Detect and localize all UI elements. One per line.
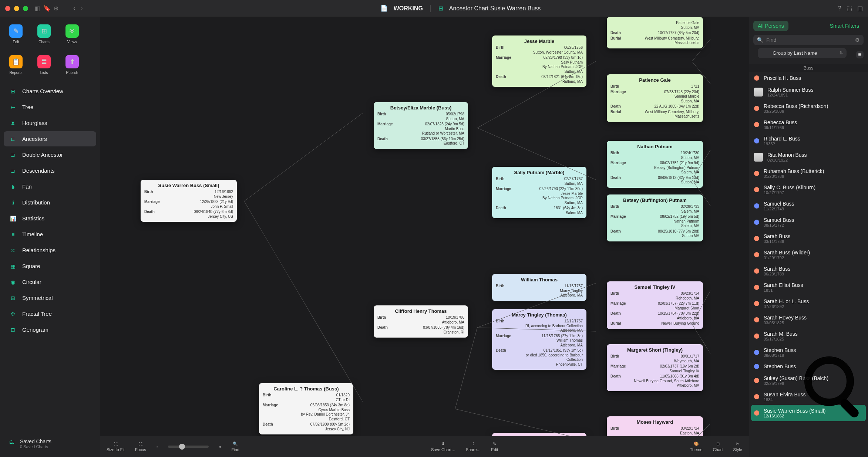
edit-button[interactable]: ✎Edit bbox=[491, 441, 498, 452]
slider-knob[interactable] bbox=[179, 444, 185, 450]
person-item[interactable]: Sarah Buss (Wilder)01/29/1792 bbox=[749, 247, 868, 263]
person-card[interactable]: Patience GaleBirth1721Marriage07/23/1743… bbox=[607, 74, 703, 122]
person-item[interactable]: Sarah Hovey Buss03/05/1825 bbox=[749, 312, 868, 328]
person-card[interactable]: Caroline L. ? Thomas (Buss)Birth01/1829C… bbox=[259, 383, 353, 434]
window-close[interactable] bbox=[5, 6, 10, 11]
nav-descendants[interactable]: ⊐Descendants bbox=[4, 163, 96, 178]
share-button[interactable]: ⇪Share… bbox=[466, 441, 481, 452]
row-label: Death bbox=[610, 374, 621, 388]
person-item[interactable]: Sally C. Buss (Kilburn)10/27/1797 bbox=[749, 182, 868, 198]
settings-icon[interactable]: ⚙ bbox=[855, 37, 860, 43]
person-item[interactable]: Samuel Buss11/22/1749 bbox=[749, 198, 868, 214]
chart-settings-button[interactable]: ⊞Chart bbox=[713, 441, 723, 452]
person-card[interactable]: Jesse MarbleBirth06/25/1756Sutton, Worce… bbox=[492, 35, 586, 87]
person-item[interactable]: Susie Warren Buss (Small)12/16/1862 bbox=[751, 405, 866, 421]
nav-relationships[interactable]: ⤨Relationships bbox=[4, 243, 96, 258]
save-chart-button[interactable]: ⬇Save Chart… bbox=[431, 441, 455, 452]
person-item[interactable]: Ruhamah Buss (Butterick)01/20/1786 bbox=[749, 165, 868, 182]
person-item[interactable]: Sarah Buss06/23/1789 bbox=[749, 263, 868, 279]
tool-publish[interactable]: ⬆Publish bbox=[64, 55, 81, 75]
nav-circular[interactable]: ◉Circular bbox=[4, 274, 96, 290]
nav-saved-charts[interactable]: 🗂 Saved Charts 0 Saved Charts bbox=[4, 435, 96, 453]
person-item[interactable]: Sarah M. Buss05/17/1825 bbox=[749, 328, 868, 344]
help-icon[interactable]: ? bbox=[838, 5, 841, 12]
person-card[interactable]: Susie Warren Buss (Small)Birth12/16/1862… bbox=[141, 180, 237, 222]
nav-ancestors[interactable]: ⊏Ancestors bbox=[4, 131, 96, 146]
person-item[interactable]: Sarah H. or L. Buss07/26/1892 bbox=[749, 295, 868, 312]
person-card[interactable]: Betsey (Buffington) PutnamBirth02/28/173… bbox=[607, 194, 703, 241]
nav-double-ancestor[interactable]: ⊐Double Ancestor bbox=[4, 147, 96, 162]
smart-filters-button[interactable]: Smart Filters bbox=[825, 21, 864, 31]
person-item[interactable]: Richard L. Buss1935? bbox=[749, 133, 868, 149]
person-item[interactable]: Sarah Elliot Buss1831 bbox=[749, 279, 868, 295]
person-item[interactable]: Ralph Sumner Buss12/24/1891 bbox=[749, 84, 868, 100]
person-item[interactable]: Rita Marion Buss02/10/1922 bbox=[749, 149, 868, 165]
person-card[interactable]: Clifford Henry ThomasBirth10/19/1786Attl… bbox=[374, 305, 468, 338]
zoom-out-icon[interactable]: ▫ bbox=[157, 445, 158, 449]
nav-genogram[interactable]: ⊡Genogram bbox=[4, 322, 96, 337]
find-button[interactable]: 🔍Find bbox=[231, 441, 239, 452]
globe-icon[interactable]: ⊕ bbox=[54, 5, 58, 12]
nav-timeline[interactable]: ≡Timeline bbox=[4, 227, 96, 242]
person-card[interactable]: Nathan PutnamBirth10/24/1730Sutton, MAMa… bbox=[607, 141, 703, 188]
sidebar-toggle-icon[interactable]: ◫ bbox=[857, 5, 863, 12]
nav-statistics[interactable]: 📊Statistics bbox=[4, 211, 96, 226]
person-card[interactable]: William ThomasBirth11/15/1757Marcy Tingl… bbox=[492, 274, 586, 301]
person-name: Rebecca Buss bbox=[764, 119, 797, 125]
person-avatar bbox=[754, 171, 759, 176]
nav-fractal[interactable]: ✣Fractal Tree bbox=[4, 306, 96, 321]
person-item[interactable]: Stephen Buss bbox=[749, 360, 868, 372]
person-card[interactable]: Marcy Tingley (Thomas)Birth12/12/1757RI,… bbox=[492, 309, 586, 370]
zoom-in-icon[interactable]: ▫ bbox=[219, 444, 221, 450]
screen-icon[interactable]: ⬚ bbox=[847, 5, 852, 12]
card-row: Marriage02/26/1790 (22y 11m 30d)Jesse Ma… bbox=[496, 187, 583, 205]
tool-reports[interactable]: 📋Reports bbox=[7, 55, 24, 75]
person-item[interactable]: Samuel Buss08/15/1772 bbox=[749, 214, 868, 230]
person-card[interactable]: Patience GaleSutton, MADeath10/17/1787 (… bbox=[607, 17, 703, 48]
nav-fan[interactable]: ◗Fan bbox=[4, 179, 96, 194]
card-row: Marriage11/15/1785 (27y 11m 3d)William T… bbox=[496, 334, 583, 348]
window-minimize[interactable] bbox=[14, 6, 19, 11]
row-value: 10/15/1784 (70y 3m 22d)Attleboro, MA bbox=[658, 311, 699, 321]
zoom-slider[interactable] bbox=[168, 446, 209, 448]
nav-square[interactable]: ▦Square bbox=[4, 258, 96, 274]
person-item[interactable]: Stephen Buss08/08/1718 bbox=[749, 344, 868, 360]
tool-views[interactable]: 👁Views bbox=[64, 24, 81, 44]
all-persons-button[interactable]: All Persons bbox=[753, 21, 788, 31]
bookmark-icon[interactable]: ◧ bbox=[35, 5, 40, 12]
person-avatar bbox=[754, 236, 759, 241]
person-item[interactable]: Susan Elvira Buss1834 bbox=[749, 389, 868, 405]
nav-tree[interactable]: ⊢Tree bbox=[4, 99, 96, 115]
nav-hourglass[interactable]: ⧗Hourglass bbox=[4, 115, 96, 131]
window-zoom[interactable] bbox=[23, 6, 28, 11]
nav-charts-overview[interactable]: ⊞Charts Overview bbox=[4, 84, 96, 99]
person-card[interactable]: Margaret Short (Tingley)Birth08/01/1717W… bbox=[607, 344, 703, 391]
person-item[interactable]: Rebecca Buss09/11/1769 bbox=[749, 116, 868, 133]
theme-button[interactable]: 🎨Theme bbox=[690, 441, 702, 452]
tag-icon[interactable]: 🔖 bbox=[43, 5, 51, 12]
saved-icon: 🗂 bbox=[9, 439, 15, 445]
tool-reports-label: Reports bbox=[9, 71, 22, 75]
focus-button[interactable]: ⛶Focus bbox=[135, 442, 146, 452]
back-button[interactable]: ‹ bbox=[73, 4, 75, 12]
person-card[interactable]: Betsey/Eliza Marble (Buss)Birth05/02/179… bbox=[374, 102, 468, 149]
tool-charts[interactable]: ⊞Charts bbox=[36, 24, 53, 44]
person-card[interactable]: Samuel Tingley IVBirth06/23/1714Rehoboth… bbox=[607, 281, 703, 329]
person-item[interactable]: Priscilla H. Buss bbox=[749, 72, 868, 84]
size-to-fit-button[interactable]: ⛶Size to Fit bbox=[107, 442, 125, 452]
share-icon: ⇪ bbox=[472, 441, 475, 446]
nav-distribution[interactable]: ℹDistribution bbox=[4, 195, 96, 210]
person-item[interactable]: Rebecca Buss (Richardson)03/25/1806 bbox=[749, 100, 868, 116]
sort-button[interactable]: ≡ bbox=[856, 51, 864, 58]
tool-edit[interactable]: ✎Edit bbox=[7, 24, 24, 44]
person-card[interactable]: Sally Putnam (Marble)Birth02/27/1767Sutt… bbox=[492, 167, 586, 218]
nav-symmetrical[interactable]: ⊟Symmetrical bbox=[4, 290, 96, 305]
group-by-select[interactable]: Group by Last Name ⇅ bbox=[758, 48, 847, 58]
person-item[interactable]: Sarah Buss03/11/1786 bbox=[749, 230, 868, 247]
find-input[interactable]: 🔍 Find ⚙ bbox=[753, 35, 864, 45]
person-item[interactable]: Sukey (Susan) Buss (Balch)02/25/1796 bbox=[749, 372, 868, 389]
style-button[interactable]: ✂Style bbox=[733, 441, 742, 452]
card-row: Death22 AUG 1805 (84y 1m 22d) bbox=[610, 104, 699, 109]
chart-canvas[interactable]: Susie Warren Buss (Small)Birth12/16/1862… bbox=[100, 17, 749, 457]
tool-lists[interactable]: ≣Lists bbox=[36, 55, 53, 75]
